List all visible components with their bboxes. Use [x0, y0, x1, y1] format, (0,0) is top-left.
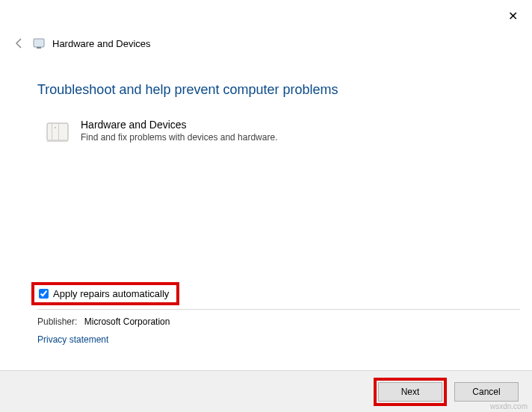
item-description: Find and fix problems with devices and h… — [81, 132, 277, 143]
content-area: Troubleshoot and help prevent computer p… — [37, 82, 517, 146]
cancel-button[interactable]: Cancel — [454, 382, 519, 402]
apply-repairs-checkbox[interactable] — [39, 289, 49, 299]
publisher-value: Microsoft Corporation — [84, 316, 170, 327]
svg-rect-5 — [47, 140, 68, 142]
apply-repairs-highlight: Apply repairs automatically — [31, 282, 179, 305]
privacy-statement-link[interactable]: Privacy statement — [37, 334, 108, 345]
header-title: Hardware and Devices — [52, 38, 151, 49]
main-heading: Troubleshoot and help prevent computer p… — [37, 82, 517, 98]
svg-rect-3 — [52, 123, 52, 141]
separator — [37, 309, 520, 310]
next-button-highlight: Next — [374, 378, 447, 406]
device-icon — [45, 120, 70, 146]
item-title: Hardware and Devices — [81, 119, 277, 131]
wizard-header: Hardware and Devices — [13, 37, 519, 49]
svg-rect-0 — [34, 39, 44, 47]
svg-rect-2 — [47, 123, 68, 141]
troubleshooter-icon — [33, 37, 45, 49]
publisher-label: Publisher: — [37, 316, 77, 327]
apply-repairs-label[interactable]: Apply repairs automatically — [53, 288, 169, 299]
svg-rect-1 — [37, 47, 41, 49]
close-icon[interactable]: ✕ — [507, 10, 519, 22]
next-button[interactable]: Next — [378, 382, 442, 402]
button-bar: Next Cancel — [0, 370, 532, 412]
publisher-info: Publisher: Microsoft Corporation — [37, 316, 170, 327]
svg-point-6 — [55, 127, 56, 128]
back-arrow-icon[interactable] — [13, 37, 25, 49]
troubleshooter-item: Hardware and Devices Find and fix proble… — [45, 119, 517, 146]
svg-rect-4 — [58, 123, 59, 141]
